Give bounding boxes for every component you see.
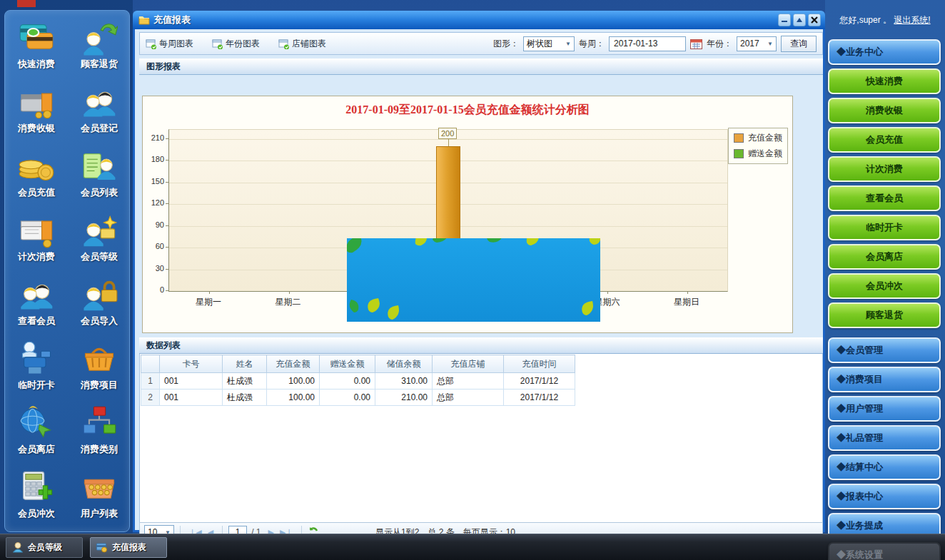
- menu-button-13[interactable]: ◆用户管理: [828, 396, 941, 422]
- leaf-decoration: [347, 238, 600, 322]
- data-list-area: 卡号姓名充值金额赠送金额储值余额充值店铺充值时间1001杜成强100.000.0…: [139, 354, 823, 522]
- menu-button-1[interactable]: ◆业务中心: [828, 39, 941, 65]
- toolbar-button-2[interactable]: 年份图表: [212, 38, 260, 50]
- sidebar-item-15[interactable]: 会员冲次: [5, 466, 68, 530]
- sidebar-item-label: 消费项目: [81, 379, 118, 392]
- sidebar-item-16[interactable]: 用户列表: [68, 466, 131, 530]
- screen: 快速消费顾客退货消费收银会员登记会员充值会员列表计次消费会员等级查看会员会员导入…: [0, 0, 945, 560]
- chevron-down-icon: ▼: [565, 41, 571, 47]
- legend-entry: 赠送金额: [734, 148, 782, 160]
- table-cell: 2017/1/12: [504, 373, 575, 390]
- person-return-icon: [81, 19, 118, 56]
- chart-legend: 充值金额赠送金额: [728, 128, 788, 164]
- column-header[interactable]: 充值金额: [267, 355, 320, 373]
- toolbar-button-1[interactable]: 每周图表: [146, 38, 193, 50]
- sidebar-item-label: 消费收银: [18, 122, 55, 135]
- menu-button-12[interactable]: ◆消费项目: [828, 367, 941, 392]
- left-sidebar: 快速消费顾客退货消费收银会员登记会员充值会员列表计次消费会员等级查看会员会员导入…: [0, 0, 133, 560]
- week-date-input[interactable]: 2017-01-13: [609, 36, 686, 51]
- globe-arrow-icon: [18, 404, 55, 442]
- table-row[interactable]: 1001杜成强100.000.00310.00总部2017/1/12: [141, 373, 575, 390]
- data-section-header: 数据列表: [139, 337, 823, 354]
- query-button[interactable]: 查询: [781, 36, 817, 52]
- menu-button-4[interactable]: 会员充值: [828, 127, 941, 153]
- menu-button-8[interactable]: 会员离店: [828, 244, 941, 270]
- column-header[interactable]: 充值时间: [504, 355, 575, 373]
- table-cell: 杜成强: [223, 373, 267, 390]
- chart-type-select[interactable]: 树状图 ▼: [523, 36, 575, 51]
- menu-button-9[interactable]: 会员冲次: [828, 273, 941, 299]
- report-toolbar: 每周图表年份图表店铺图表 图形： 树状图 ▼ 每周： 2017-01-13 年份…: [139, 32, 823, 55]
- menu-button-10[interactable]: 顾客退货: [828, 302, 941, 328]
- sidebar-item-1[interactable]: 快速消费: [5, 16, 68, 81]
- column-header[interactable]: 储值余额: [375, 355, 433, 373]
- sidebar-item-13[interactable]: 会员离店: [5, 402, 68, 466]
- year-select[interactable]: 2017 ▼: [737, 36, 777, 51]
- sidebar-item-6[interactable]: 会员列表: [68, 145, 131, 209]
- menu-button-11[interactable]: ◆会员管理: [828, 337, 941, 363]
- chevron-down-icon: ▼: [767, 41, 773, 47]
- menu-button-16[interactable]: ◆报表中心: [828, 484, 941, 509]
- column-header[interactable]: 卡号: [160, 355, 223, 373]
- table-row[interactable]: 2001杜成强100.000.00210.00总部2017/1/12: [141, 390, 575, 406]
- sidebar-item-11[interactable]: 临时开卡: [5, 337, 68, 402]
- sidebar-item-label: 查看会员: [18, 315, 55, 327]
- table-cell: 杜成强: [223, 390, 267, 406]
- member-lock-icon: [81, 276, 118, 313]
- gold-coins-icon: [18, 148, 55, 185]
- sidebar-item-7[interactable]: 计次消费: [5, 209, 68, 273]
- sidebar-item-2[interactable]: 顾客退货: [68, 16, 131, 81]
- toolbar-button-3[interactable]: 店铺图表: [278, 38, 326, 50]
- menu-button-3[interactable]: 消费收银: [828, 98, 941, 123]
- sidebar-item-5[interactable]: 会员充值: [5, 145, 68, 209]
- table-cell: 210.00: [375, 390, 433, 406]
- cash-register-icon: [18, 83, 55, 121]
- column-header[interactable]: [141, 355, 160, 373]
- sidebar-item-4[interactable]: 会员登记: [68, 81, 131, 145]
- menu-button-6[interactable]: 查看会员: [828, 185, 941, 211]
- chart-type-label: 图形：: [493, 38, 519, 50]
- window-controls: [778, 14, 821, 26]
- recharge-table: 卡号姓名充值金额赠送金额储值余额充值店铺充值时间1001杜成强100.000.0…: [141, 355, 575, 406]
- chart-section-header: 图形报表: [139, 58, 823, 75]
- filter-controls: 图形： 树状图 ▼ 每周： 2017-01-13 年份： 2017: [493, 36, 817, 52]
- taskbar-tab-1[interactable]: 会员等级: [6, 537, 83, 558]
- menu-button-7[interactable]: 临时开卡: [828, 215, 941, 240]
- calculator-plus-icon: [18, 469, 55, 506]
- sidebar-item-8[interactable]: 会员等级: [68, 209, 131, 273]
- column-header[interactable]: 充值店铺: [433, 355, 504, 373]
- sidebar-item-label: 消费类别: [81, 443, 118, 456]
- sidebar-item-12[interactable]: 消费项目: [68, 337, 131, 402]
- year-label: 年份：: [707, 38, 732, 50]
- column-header[interactable]: 姓名: [223, 355, 267, 373]
- category-tree-icon: [81, 404, 118, 442]
- chart-window-icon: [278, 39, 289, 49]
- sidebar-item-10[interactable]: 会员导入: [68, 273, 131, 337]
- menu-button-14[interactable]: ◆礼品管理: [828, 425, 941, 451]
- sidebar-item-label: 计次消费: [18, 250, 55, 263]
- minimize-button[interactable]: [778, 14, 791, 26]
- left-sidebar-panel: 快速消费顾客退货消费收银会员登记会员充值会员列表计次消费会员等级查看会员会员导入…: [4, 10, 130, 532]
- right-sidebar: 您好,super 。 退出系统! ◆业务中心快速消费消费收银会员充值计次消费查看…: [825, 0, 945, 560]
- chart-window-icon: [212, 39, 223, 49]
- menu-button-5[interactable]: 计次消费: [828, 156, 941, 182]
- chart-window-icon: [146, 39, 156, 49]
- sidebar-item-9[interactable]: 查看会员: [5, 273, 68, 337]
- maximize-button[interactable]: [793, 14, 806, 26]
- shortcut-icon-grid: 快速消费顾客退货消费收银会员登记会员充值会员列表计次消费会员等级查看会员会员导入…: [5, 16, 131, 530]
- sidebar-item-label: 会员登记: [81, 122, 118, 135]
- calendar-icon[interactable]: [690, 39, 702, 49]
- logout-link[interactable]: 退出系统!: [894, 15, 930, 25]
- menu-button-2[interactable]: 快速消费: [828, 68, 941, 94]
- menu-button-15[interactable]: ◆结算中心: [828, 454, 941, 480]
- column-header[interactable]: 赠送金额: [320, 355, 375, 373]
- close-button[interactable]: [808, 14, 821, 26]
- sidebar-item-3[interactable]: 消费收银: [5, 81, 68, 145]
- taskbar-tab-2[interactable]: 充值报表: [90, 537, 167, 558]
- table-cell: 1: [141, 373, 160, 390]
- corner-red-chip: [17, 0, 36, 7]
- sidebar-item-label: 会员冲次: [18, 507, 55, 520]
- watermark-overlay: [347, 238, 600, 322]
- sidebar-item-14[interactable]: 消费类别: [68, 402, 131, 466]
- table-cell: 总部: [433, 373, 504, 390]
